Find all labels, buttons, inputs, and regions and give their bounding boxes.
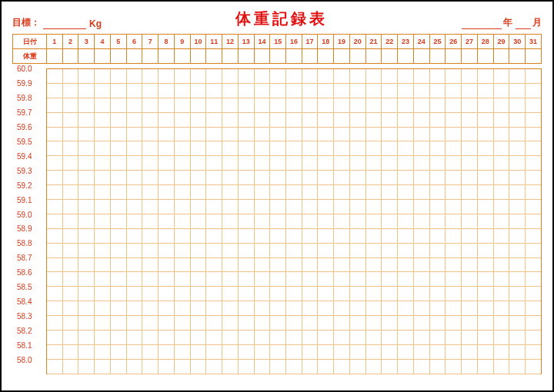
grid-cell — [111, 331, 127, 344]
day-cell: 17 — [302, 35, 318, 49]
grid-cell — [494, 301, 510, 315]
date-header-cell: 日付 — [13, 35, 47, 49]
weight-cell[interactable] — [526, 49, 542, 64]
weight-cell[interactable] — [302, 49, 318, 64]
grid-cell — [430, 287, 446, 301]
weight-cell[interactable] — [365, 49, 382, 64]
grid-cell — [478, 84, 494, 98]
grid-cell — [446, 141, 462, 155]
weight-cell[interactable] — [190, 49, 206, 64]
grid-cell — [366, 113, 382, 127]
grid-cell — [78, 200, 95, 214]
grid-cell — [78, 156, 95, 170]
grid-cell — [175, 301, 191, 315]
weight-cell[interactable] — [318, 49, 334, 64]
grid-cell — [270, 316, 286, 330]
grid-cell — [494, 128, 510, 141]
weight-cell[interactable] — [159, 49, 175, 64]
weight-cell[interactable] — [477, 49, 493, 64]
weight-cell[interactable] — [206, 49, 222, 64]
weight-cell[interactable] — [110, 49, 126, 64]
grid-cell — [206, 272, 222, 286]
grid-cell — [239, 69, 255, 83]
grid-cell — [509, 244, 526, 257]
weight-cell[interactable] — [222, 49, 239, 64]
grid-cell — [398, 141, 414, 155]
goal-block: 目標： Kg — [12, 16, 102, 29]
grid-cell — [286, 272, 302, 286]
grid-cell — [111, 200, 127, 214]
weight-cell[interactable] — [142, 49, 159, 64]
y-tick-label: 59.0 — [12, 211, 46, 226]
weight-cell[interactable] — [47, 49, 63, 64]
y-tick-label: 59.9 — [12, 80, 46, 95]
weight-cell[interactable] — [126, 49, 142, 64]
year-input-line[interactable] — [462, 20, 502, 29]
grid-cell — [478, 258, 494, 272]
weight-cell[interactable] — [174, 49, 190, 64]
weight-cell[interactable] — [446, 49, 462, 64]
weight-cell[interactable] — [398, 49, 414, 64]
grid-cell — [318, 185, 334, 199]
grid-cell — [526, 331, 541, 344]
weight-cell[interactable] — [493, 49, 509, 64]
day-cell: 12 — [222, 35, 239, 49]
grid-cell — [366, 258, 382, 272]
grid-cell — [270, 128, 286, 141]
weight-cell[interactable] — [334, 49, 350, 64]
grid-cell — [350, 316, 366, 330]
grid-row — [47, 128, 541, 142]
grid-cell — [175, 84, 191, 98]
grid-cell — [398, 360, 414, 374]
grid-cell — [366, 200, 382, 214]
grid-cell — [446, 229, 462, 243]
weight-cell[interactable] — [62, 49, 78, 64]
grid-cell — [430, 229, 446, 243]
y-tick-label: 58.5 — [12, 284, 46, 298]
weight-cell[interactable] — [270, 49, 286, 64]
goal-input-line[interactable] — [43, 20, 86, 29]
weight-cell[interactable] — [78, 49, 95, 64]
grid-cell — [191, 287, 207, 301]
grid-cell — [414, 171, 430, 184]
weight-cell[interactable] — [286, 49, 302, 64]
grid-cell — [63, 229, 79, 243]
weight-cell[interactable] — [238, 49, 254, 64]
month-input-line[interactable] — [516, 20, 531, 29]
grid-cell — [111, 113, 127, 127]
grid-cell — [302, 345, 319, 359]
grid-cell — [366, 128, 382, 141]
grid-cell — [478, 214, 494, 228]
grid-cell — [127, 287, 143, 301]
weight-cell[interactable] — [382, 49, 398, 64]
weight-cell[interactable] — [509, 49, 526, 64]
grid-cell — [334, 156, 350, 170]
weight-cell[interactable] — [349, 49, 365, 64]
grid-cell — [78, 229, 95, 243]
grid-cell — [111, 287, 127, 301]
grid-cell — [127, 84, 143, 98]
grid-cell — [95, 98, 111, 112]
weight-cell[interactable] — [429, 49, 446, 64]
grid-cell — [191, 244, 207, 257]
weight-cell[interactable] — [462, 49, 478, 64]
grid-cell — [63, 360, 79, 374]
grid-cell — [206, 84, 222, 98]
weight-cell[interactable] — [95, 49, 111, 64]
grid-cell — [127, 360, 143, 374]
y-axis: 60.059.959.859.759.659.559.459.359.259.1… — [12, 68, 46, 374]
grid-cell — [286, 200, 302, 214]
grid-cell — [191, 229, 207, 243]
day-cell: 16 — [286, 35, 302, 49]
grid-cell — [302, 84, 319, 98]
grid-cell — [111, 360, 127, 374]
grid-cell — [47, 360, 63, 374]
weight-cell[interactable] — [254, 49, 270, 64]
weight-cell[interactable] — [413, 49, 429, 64]
grid-cell — [526, 69, 541, 83]
grid-cell — [414, 331, 430, 344]
grid-cell — [318, 128, 334, 141]
grid-cell — [142, 272, 159, 286]
grid-cell — [159, 301, 175, 315]
grid-cell — [63, 214, 79, 228]
